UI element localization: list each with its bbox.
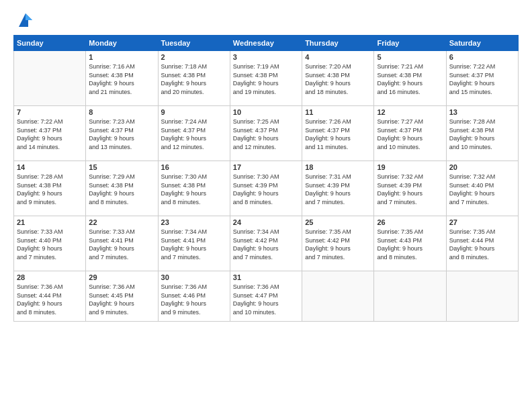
day-info: Sunrise: 7:34 AM Sunset: 4:41 PM Dayligh… bbox=[161, 228, 227, 261]
day-info: Sunrise: 7:35 AM Sunset: 4:43 PM Dayligh… bbox=[377, 228, 443, 261]
day-number: 16 bbox=[161, 163, 227, 171]
logo bbox=[13, 11, 35, 30]
day-info: Sunrise: 7:23 AM Sunset: 4:37 PM Dayligh… bbox=[89, 118, 154, 151]
calendar-cell: 10Sunrise: 7:25 AM Sunset: 4:37 PM Dayli… bbox=[230, 106, 302, 161]
day-info: Sunrise: 7:35 AM Sunset: 4:42 PM Dayligh… bbox=[305, 228, 371, 261]
day-info: Sunrise: 7:36 AM Sunset: 4:47 PM Dayligh… bbox=[233, 283, 299, 316]
calendar-cell: 24Sunrise: 7:34 AM Sunset: 4:42 PM Dayli… bbox=[230, 216, 302, 271]
calendar-cell: 7Sunrise: 7:22 AM Sunset: 4:37 PM Daylig… bbox=[14, 106, 86, 161]
day-info: Sunrise: 7:33 AM Sunset: 4:40 PM Dayligh… bbox=[17, 228, 83, 261]
day-number: 4 bbox=[305, 53, 371, 61]
calendar-week-1: 7Sunrise: 7:22 AM Sunset: 4:37 PM Daylig… bbox=[14, 106, 519, 161]
day-number: 3 bbox=[233, 53, 299, 61]
day-info: Sunrise: 7:28 AM Sunset: 4:38 PM Dayligh… bbox=[449, 118, 515, 151]
day-info: Sunrise: 7:31 AM Sunset: 4:39 PM Dayligh… bbox=[305, 173, 371, 206]
day-number: 14 bbox=[17, 163, 83, 171]
calendar-cell: 30Sunrise: 7:36 AM Sunset: 4:46 PM Dayli… bbox=[158, 271, 230, 322]
day-number: 6 bbox=[449, 53, 515, 61]
calendar-cell: 21Sunrise: 7:33 AM Sunset: 4:40 PM Dayli… bbox=[14, 216, 86, 271]
day-info: Sunrise: 7:26 AM Sunset: 4:37 PM Dayligh… bbox=[305, 118, 371, 151]
calendar-table: SundayMondayTuesdayWednesdayThursdayFrid… bbox=[13, 35, 519, 322]
day-info: Sunrise: 7:22 AM Sunset: 4:37 PM Dayligh… bbox=[449, 62, 515, 96]
calendar-page: SundayMondayTuesdayWednesdayThursdayFrid… bbox=[0, 0, 532, 411]
calendar-cell: 20Sunrise: 7:32 AM Sunset: 4:40 PM Dayli… bbox=[446, 161, 518, 216]
day-number: 9 bbox=[161, 108, 227, 116]
logo-icon bbox=[16, 11, 35, 30]
day-info: Sunrise: 7:36 AM Sunset: 4:45 PM Dayligh… bbox=[89, 283, 154, 316]
calendar-cell: 26Sunrise: 7:35 AM Sunset: 4:43 PM Dayli… bbox=[374, 216, 446, 271]
day-number: 25 bbox=[305, 218, 371, 226]
day-info: Sunrise: 7:36 AM Sunset: 4:46 PM Dayligh… bbox=[161, 283, 227, 316]
calendar-cell: 28Sunrise: 7:36 AM Sunset: 4:44 PM Dayli… bbox=[14, 271, 86, 322]
day-info: Sunrise: 7:16 AM Sunset: 4:38 PM Dayligh… bbox=[89, 62, 154, 96]
day-number: 11 bbox=[305, 108, 371, 116]
day-number: 12 bbox=[377, 108, 443, 116]
day-number: 5 bbox=[377, 53, 443, 61]
day-number: 18 bbox=[305, 163, 371, 171]
day-info: Sunrise: 7:25 AM Sunset: 4:37 PM Dayligh… bbox=[233, 118, 299, 151]
calendar-cell: 1Sunrise: 7:16 AM Sunset: 4:38 PM Daylig… bbox=[86, 51, 158, 106]
weekday-header-sunday: Sunday bbox=[14, 36, 86, 51]
day-number: 23 bbox=[161, 218, 227, 226]
day-info: Sunrise: 7:28 AM Sunset: 4:38 PM Dayligh… bbox=[17, 173, 83, 206]
day-number: 2 bbox=[161, 53, 227, 61]
day-number: 22 bbox=[89, 218, 154, 226]
calendar-week-4: 28Sunrise: 7:36 AM Sunset: 4:44 PM Dayli… bbox=[14, 271, 519, 322]
calendar-cell: 25Sunrise: 7:35 AM Sunset: 4:42 PM Dayli… bbox=[302, 216, 374, 271]
calendar-cell: 17Sunrise: 7:30 AM Sunset: 4:39 PM Dayli… bbox=[230, 161, 302, 216]
day-number: 26 bbox=[377, 218, 443, 226]
weekday-header-row: SundayMondayTuesdayWednesdayThursdayFrid… bbox=[14, 36, 519, 51]
day-info: Sunrise: 7:18 AM Sunset: 4:38 PM Dayligh… bbox=[161, 62, 227, 96]
day-number: 8 bbox=[89, 108, 154, 116]
day-number: 24 bbox=[233, 218, 299, 226]
calendar-cell: 27Sunrise: 7:35 AM Sunset: 4:44 PM Dayli… bbox=[446, 216, 518, 271]
calendar-cell: 14Sunrise: 7:28 AM Sunset: 4:38 PM Dayli… bbox=[14, 161, 86, 216]
day-info: Sunrise: 7:36 AM Sunset: 4:44 PM Dayligh… bbox=[17, 283, 83, 316]
day-number: 21 bbox=[17, 218, 83, 226]
day-number: 17 bbox=[233, 163, 299, 171]
day-info: Sunrise: 7:19 AM Sunset: 4:38 PM Dayligh… bbox=[233, 62, 299, 96]
day-number: 1 bbox=[89, 53, 154, 61]
weekday-header-saturday: Saturday bbox=[446, 36, 518, 51]
day-info: Sunrise: 7:34 AM Sunset: 4:42 PM Dayligh… bbox=[233, 228, 299, 261]
day-number: 15 bbox=[89, 163, 154, 171]
weekday-header-friday: Friday bbox=[374, 36, 446, 51]
day-number: 13 bbox=[449, 108, 515, 116]
day-info: Sunrise: 7:32 AM Sunset: 4:40 PM Dayligh… bbox=[449, 173, 515, 206]
header bbox=[13, 11, 519, 30]
calendar-cell: 8Sunrise: 7:23 AM Sunset: 4:37 PM Daylig… bbox=[86, 106, 158, 161]
day-info: Sunrise: 7:30 AM Sunset: 4:39 PM Dayligh… bbox=[233, 173, 299, 206]
weekday-header-monday: Monday bbox=[86, 36, 158, 51]
calendar-cell: 5Sunrise: 7:21 AM Sunset: 4:38 PM Daylig… bbox=[374, 51, 446, 106]
day-number: 20 bbox=[449, 163, 515, 171]
calendar-cell: 22Sunrise: 7:33 AM Sunset: 4:41 PM Dayli… bbox=[86, 216, 158, 271]
day-info: Sunrise: 7:22 AM Sunset: 4:37 PM Dayligh… bbox=[17, 118, 83, 151]
calendar-cell: 15Sunrise: 7:29 AM Sunset: 4:38 PM Dayli… bbox=[86, 161, 158, 216]
day-number: 27 bbox=[449, 218, 515, 226]
calendar-cell: 2Sunrise: 7:18 AM Sunset: 4:38 PM Daylig… bbox=[158, 51, 230, 106]
calendar-cell: 29Sunrise: 7:36 AM Sunset: 4:45 PM Dayli… bbox=[86, 271, 158, 322]
calendar-cell: 6Sunrise: 7:22 AM Sunset: 4:37 PM Daylig… bbox=[446, 51, 518, 106]
day-number: 30 bbox=[161, 273, 227, 281]
calendar-cell: 23Sunrise: 7:34 AM Sunset: 4:41 PM Dayli… bbox=[158, 216, 230, 271]
calendar-week-3: 21Sunrise: 7:33 AM Sunset: 4:40 PM Dayli… bbox=[14, 216, 519, 271]
day-number: 28 bbox=[17, 273, 83, 281]
day-info: Sunrise: 7:29 AM Sunset: 4:38 PM Dayligh… bbox=[89, 173, 154, 206]
calendar-header: SundayMondayTuesdayWednesdayThursdayFrid… bbox=[14, 36, 519, 51]
day-number: 29 bbox=[89, 273, 154, 281]
calendar-cell: 13Sunrise: 7:28 AM Sunset: 4:38 PM Dayli… bbox=[446, 106, 518, 161]
day-number: 31 bbox=[233, 273, 299, 281]
calendar-cell bbox=[302, 271, 374, 322]
calendar-cell bbox=[14, 51, 86, 106]
calendar-cell: 16Sunrise: 7:30 AM Sunset: 4:38 PM Dayli… bbox=[158, 161, 230, 216]
calendar-cell bbox=[374, 271, 446, 322]
day-number: 19 bbox=[377, 163, 443, 171]
day-info: Sunrise: 7:30 AM Sunset: 4:38 PM Dayligh… bbox=[161, 173, 227, 206]
day-number: 7 bbox=[17, 108, 83, 116]
day-info: Sunrise: 7:27 AM Sunset: 4:37 PM Dayligh… bbox=[377, 118, 443, 151]
calendar-cell: 18Sunrise: 7:31 AM Sunset: 4:39 PM Dayli… bbox=[302, 161, 374, 216]
calendar-cell: 31Sunrise: 7:36 AM Sunset: 4:47 PM Dayli… bbox=[230, 271, 302, 322]
day-info: Sunrise: 7:20 AM Sunset: 4:38 PM Dayligh… bbox=[305, 62, 371, 96]
day-info: Sunrise: 7:24 AM Sunset: 4:37 PM Dayligh… bbox=[161, 118, 227, 151]
weekday-header-wednesday: Wednesday bbox=[230, 36, 302, 51]
